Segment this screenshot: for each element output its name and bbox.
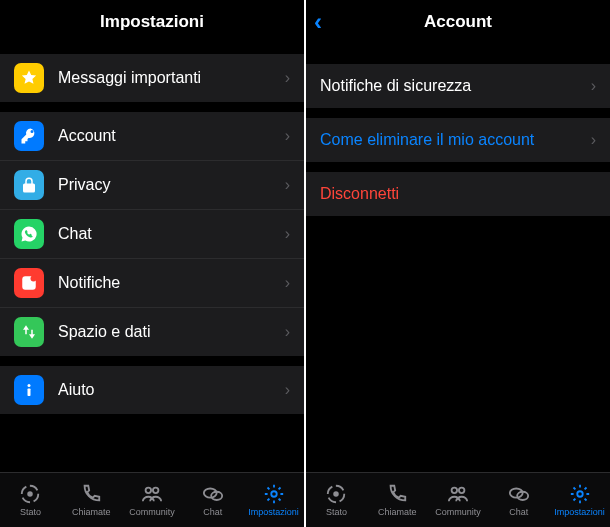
tab-community[interactable]: Community [122, 473, 183, 527]
row-storage[interactable]: Spazio e dati› [0, 307, 304, 356]
bell-icon [14, 268, 44, 298]
tab-label: Stato [326, 507, 347, 517]
back-button[interactable]: ‹ [314, 10, 322, 34]
info-icon [14, 375, 44, 405]
tab-settings[interactable]: Impostazioni [243, 473, 304, 527]
tab-label: Impostazioni [248, 507, 299, 517]
tab-community[interactable]: Community [428, 473, 489, 527]
chevron-right-icon: › [285, 225, 290, 243]
tab-calls[interactable]: Chiamate [367, 473, 428, 527]
row-privacy[interactable]: Privacy› [0, 160, 304, 209]
chevron-right-icon: › [285, 323, 290, 341]
row-label: Chat [58, 225, 279, 243]
row-label: Messaggi importanti [58, 69, 279, 87]
account-screen: ‹ Account Notifiche di sicurezza › Come … [304, 0, 610, 527]
tab-label: Chiamate [378, 507, 417, 517]
tab-label: Chat [203, 507, 222, 517]
row-logout[interactable]: Disconnetti [306, 172, 610, 216]
row-chat[interactable]: Chat› [0, 209, 304, 258]
chevron-right-icon: › [285, 69, 290, 87]
tab-label: Impostazioni [554, 507, 605, 517]
header: Impostazioni [0, 0, 304, 44]
row-label: Notifiche di sicurezza [320, 77, 585, 95]
row-label: Aiuto [58, 381, 279, 399]
page-title: Impostazioni [100, 12, 204, 32]
updown-icon [14, 317, 44, 347]
tab-calls[interactable]: Chiamate [61, 473, 122, 527]
chevron-right-icon: › [591, 77, 596, 95]
lock-icon [14, 170, 44, 200]
row-notif[interactable]: Notifiche› [0, 258, 304, 307]
row-label: Come eliminare il mio account [320, 131, 585, 149]
row-label: Notifiche [58, 274, 279, 292]
tab-label: Chiamate [72, 507, 111, 517]
tab-chat[interactable]: Chat [182, 473, 243, 527]
wa-icon [14, 219, 44, 249]
tab-label: Community [129, 507, 175, 517]
page-title: Account [424, 12, 492, 32]
tab-label: Community [435, 507, 481, 517]
row-label: Spazio e dati [58, 323, 279, 341]
tab-status[interactable]: Stato [306, 473, 367, 527]
row-security-notifications[interactable]: Notifiche di sicurezza › [306, 64, 610, 108]
chevron-right-icon: › [285, 274, 290, 292]
row-label: Disconnetti [320, 185, 596, 203]
tab-settings[interactable]: Impostazioni [549, 473, 610, 527]
tab-chat[interactable]: Chat [488, 473, 549, 527]
chevron-right-icon: › [591, 131, 596, 149]
row-starred-messages[interactable]: Messaggi importanti › [0, 54, 304, 102]
row-help[interactable]: Aiuto› [0, 366, 304, 414]
tab-label: Chat [509, 507, 528, 517]
row-delete-account[interactable]: Come eliminare il mio account › [306, 118, 610, 162]
chevron-right-icon: › [285, 381, 290, 399]
chevron-right-icon: › [285, 176, 290, 194]
account-content: Notifiche di sicurezza › Come eliminare … [306, 44, 610, 472]
tab-status[interactable]: Stato [0, 473, 61, 527]
tab-bar: StatoChiamateCommunityChatImpostazioni [0, 472, 304, 527]
tab-label: Stato [20, 507, 41, 517]
row-account[interactable]: Account› [0, 112, 304, 160]
tab-bar: StatoChiamateCommunityChatImpostazioni [306, 472, 610, 527]
chevron-right-icon: › [285, 127, 290, 145]
header: ‹ Account [306, 0, 610, 44]
row-label: Privacy [58, 176, 279, 194]
key-icon [14, 121, 44, 151]
settings-screen: Impostazioni Messaggi importanti › Accou… [0, 0, 304, 527]
row-label: Account [58, 127, 279, 145]
star-icon [14, 63, 44, 93]
settings-content: Messaggi importanti › Account›Privacy›Ch… [0, 44, 304, 472]
